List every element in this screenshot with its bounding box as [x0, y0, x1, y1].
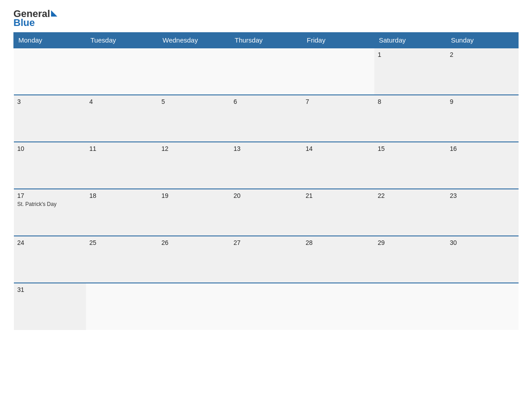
page-header: General Blue: [13, 9, 519, 28]
calendar-table: MondayTuesdayWednesdayThursdayFridaySatu…: [13, 32, 519, 330]
calendar-cell: 21: [302, 189, 374, 236]
calendar-cell: [302, 283, 374, 330]
calendar-cell: 6: [230, 95, 302, 142]
day-number: 27: [234, 239, 299, 246]
calendar-cell: 18: [86, 189, 158, 236]
day-number: 6: [234, 98, 299, 105]
day-number: 9: [450, 98, 515, 105]
calendar-week-row: 17St. Patrick's Day181920212223: [14, 189, 519, 236]
calendar-cell: 20: [230, 189, 302, 236]
calendar-cell: 2: [446, 48, 519, 95]
day-number: 17: [17, 192, 82, 199]
calendar-cell: 1: [374, 48, 446, 95]
calendar-cell: 13: [230, 142, 302, 189]
calendar-cell: 14: [302, 142, 374, 189]
calendar-cell: 24: [14, 236, 86, 283]
calendar-cell: [14, 48, 86, 95]
calendar-cell: 11: [86, 142, 158, 189]
logo-triangle-icon: [51, 10, 57, 17]
weekday-header-saturday: Saturday: [374, 33, 446, 48]
day-number: 16: [450, 145, 515, 152]
day-number: 23: [450, 192, 515, 199]
day-number: 29: [378, 239, 443, 246]
calendar-cell: 19: [158, 189, 230, 236]
calendar-cell: 26: [158, 236, 230, 283]
calendar-week-row: 3456789: [14, 95, 519, 142]
logo-blue-text: Blue: [13, 18, 35, 28]
day-number: 30: [450, 239, 515, 246]
day-number: 4: [90, 98, 154, 105]
calendar-cell: 10: [14, 142, 86, 189]
calendar-cell: [374, 283, 446, 330]
calendar-week-row: 24252627282930: [14, 236, 519, 283]
day-number: 26: [162, 239, 227, 246]
weekday-header-tuesday: Tuesday: [86, 33, 158, 48]
calendar-cell: 29: [374, 236, 446, 283]
day-number: 13: [234, 145, 299, 152]
day-number: 1: [378, 51, 443, 58]
day-number: 22: [378, 192, 443, 199]
calendar-cell: 27: [230, 236, 302, 283]
calendar-cell: 8: [374, 95, 446, 142]
calendar-cell: [86, 48, 158, 95]
day-number: 8: [378, 98, 443, 105]
day-number: 7: [306, 98, 371, 105]
calendar-cell: 28: [302, 236, 374, 283]
day-number: 20: [234, 192, 299, 199]
day-number: 11: [90, 145, 154, 152]
calendar-cell: 3: [14, 95, 86, 142]
calendar-cell: [86, 283, 158, 330]
day-number: 24: [17, 239, 82, 246]
calendar-cell: [158, 283, 230, 330]
day-number: 28: [306, 239, 371, 246]
calendar-week-row: 10111213141516: [14, 142, 519, 189]
weekday-header-sunday: Sunday: [446, 33, 519, 48]
weekday-header-friday: Friday: [302, 33, 374, 48]
day-number: 19: [162, 192, 227, 199]
day-number: 12: [162, 145, 227, 152]
calendar-cell: 15: [374, 142, 446, 189]
calendar-cell: 4: [86, 95, 158, 142]
calendar-cell: [158, 48, 230, 95]
calendar-cell: 9: [446, 95, 519, 142]
weekday-header-thursday: Thursday: [230, 33, 302, 48]
calendar-week-row: 31: [14, 283, 519, 330]
day-number: 21: [306, 192, 371, 199]
weekday-header-monday: Monday: [14, 33, 86, 48]
calendar-week-row: 12: [14, 48, 519, 95]
calendar-cell: 23: [446, 189, 519, 236]
weekday-header-row: MondayTuesdayWednesdayThursdayFridaySatu…: [14, 33, 519, 48]
calendar-cell: 17St. Patrick's Day: [14, 189, 86, 236]
calendar-cell: 12: [158, 142, 230, 189]
calendar-cell: 31: [14, 283, 86, 330]
calendar-cell: 5: [158, 95, 230, 142]
day-number: 31: [17, 286, 82, 293]
calendar-cell: [302, 48, 374, 95]
day-number: 10: [17, 145, 82, 152]
day-number: 15: [378, 145, 443, 152]
calendar-cell: 22: [374, 189, 446, 236]
event-label: St. Patrick's Day: [17, 201, 57, 207]
calendar-cell: 7: [302, 95, 374, 142]
calendar-cell: [446, 283, 519, 330]
calendar-cell: 25: [86, 236, 158, 283]
logo: General Blue: [13, 9, 57, 28]
calendar-cell: 16: [446, 142, 519, 189]
day-number: 2: [450, 51, 515, 58]
day-number: 3: [17, 98, 82, 105]
calendar-cell: [230, 283, 302, 330]
calendar-cell: [230, 48, 302, 95]
day-number: 14: [306, 145, 371, 152]
day-number: 18: [90, 192, 154, 199]
day-number: 25: [90, 239, 154, 246]
calendar-cell: 30: [446, 236, 519, 283]
weekday-header-wednesday: Wednesday: [158, 33, 230, 48]
day-number: 5: [162, 98, 227, 105]
